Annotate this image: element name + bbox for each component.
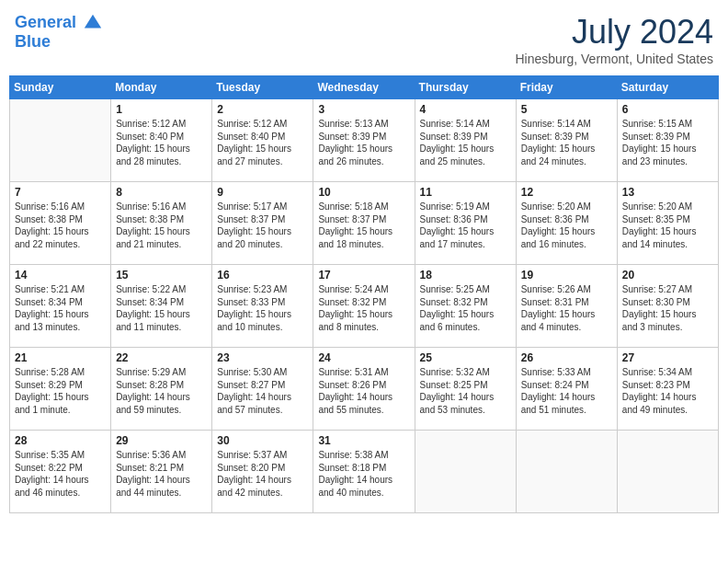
day-of-week-header: Monday <box>111 76 212 99</box>
day-of-week-header: Thursday <box>415 76 516 99</box>
day-number: 30 <box>217 434 308 447</box>
day-info: Sunrise: 5:16 AM Sunset: 8:38 PM Dayligh… <box>15 201 106 250</box>
day-number: 10 <box>318 186 409 199</box>
day-info: Sunrise: 5:30 AM Sunset: 8:27 PM Dayligh… <box>217 366 308 416</box>
calendar-body: 1Sunrise: 5:12 AM Sunset: 8:40 PM Daylig… <box>10 99 719 513</box>
day-info: Sunrise: 5:36 AM Sunset: 8:21 PM Dayligh… <box>116 449 207 499</box>
calendar-table: SundayMondayTuesdayWednesdayThursdayFrid… <box>9 75 719 513</box>
day-info: Sunrise: 5:35 AM Sunset: 8:22 PM Dayligh… <box>15 449 106 499</box>
day-number: 6 <box>622 103 713 116</box>
day-number: 16 <box>217 269 308 282</box>
calendar-week-row: 14Sunrise: 5:21 AM Sunset: 8:34 PM Dayli… <box>10 265 719 348</box>
calendar-cell <box>415 431 516 513</box>
day-info: Sunrise: 5:18 AM Sunset: 8:37 PM Dayligh… <box>318 201 409 250</box>
day-number: 4 <box>420 103 511 116</box>
svg-marker-0 <box>85 15 101 29</box>
location-title: Hinesburg, Vermont, United States <box>515 52 713 66</box>
day-number: 8 <box>116 186 207 199</box>
day-number: 25 <box>420 351 511 364</box>
day-info: Sunrise: 5:20 AM Sunset: 8:36 PM Dayligh… <box>521 201 612 250</box>
calendar-cell: 25Sunrise: 5:32 AM Sunset: 8:25 PM Dayli… <box>415 348 516 431</box>
day-info: Sunrise: 5:37 AM Sunset: 8:20 PM Dayligh… <box>217 449 308 499</box>
calendar-cell: 1Sunrise: 5:12 AM Sunset: 8:40 PM Daylig… <box>111 99 212 182</box>
day-number: 23 <box>217 351 308 364</box>
day-info: Sunrise: 5:38 AM Sunset: 8:18 PM Dayligh… <box>318 449 409 499</box>
day-info: Sunrise: 5:27 AM Sunset: 8:30 PM Dayligh… <box>622 283 713 333</box>
logo: General Blue <box>15 13 103 52</box>
day-number: 29 <box>116 434 207 447</box>
calendar-cell: 18Sunrise: 5:25 AM Sunset: 8:32 PM Dayli… <box>415 265 516 348</box>
calendar-cell: 26Sunrise: 5:33 AM Sunset: 8:24 PM Dayli… <box>516 348 617 431</box>
day-info: Sunrise: 5:32 AM Sunset: 8:25 PM Dayligh… <box>420 366 511 416</box>
calendar-week-row: 21Sunrise: 5:28 AM Sunset: 8:29 PM Dayli… <box>10 348 719 431</box>
day-info: Sunrise: 5:25 AM Sunset: 8:32 PM Dayligh… <box>420 283 511 333</box>
day-number: 22 <box>116 351 207 364</box>
day-number: 21 <box>15 351 106 364</box>
calendar-cell: 13Sunrise: 5:20 AM Sunset: 8:35 PM Dayli… <box>617 182 718 265</box>
day-number: 28 <box>15 434 106 447</box>
calendar-cell: 16Sunrise: 5:23 AM Sunset: 8:33 PM Dayli… <box>212 265 313 348</box>
page-header: General Blue July 2024 Hinesburg, Vermon… <box>9 9 719 70</box>
day-number: 24 <box>318 351 409 364</box>
calendar-cell: 17Sunrise: 5:24 AM Sunset: 8:32 PM Dayli… <box>313 265 415 348</box>
day-number: 3 <box>318 103 409 116</box>
day-number: 9 <box>217 186 308 199</box>
logo-text: General Blue <box>15 13 103 52</box>
month-title: July 2024 <box>515 13 713 52</box>
day-number: 15 <box>116 269 207 282</box>
day-number: 18 <box>420 269 511 282</box>
day-number: 11 <box>420 186 511 199</box>
day-info: Sunrise: 5:19 AM Sunset: 8:36 PM Dayligh… <box>420 201 511 250</box>
day-info: Sunrise: 5:14 AM Sunset: 8:39 PM Dayligh… <box>420 118 511 167</box>
calendar-cell <box>516 431 617 513</box>
calendar-cell: 9Sunrise: 5:17 AM Sunset: 8:37 PM Daylig… <box>212 182 313 265</box>
day-info: Sunrise: 5:15 AM Sunset: 8:39 PM Dayligh… <box>622 118 713 167</box>
day-info: Sunrise: 5:17 AM Sunset: 8:37 PM Dayligh… <box>217 201 308 250</box>
day-info: Sunrise: 5:21 AM Sunset: 8:34 PM Dayligh… <box>15 283 106 333</box>
calendar-cell: 23Sunrise: 5:30 AM Sunset: 8:27 PM Dayli… <box>212 348 313 431</box>
calendar-cell: 24Sunrise: 5:31 AM Sunset: 8:26 PM Dayli… <box>313 348 415 431</box>
calendar-cell: 27Sunrise: 5:34 AM Sunset: 8:23 PM Dayli… <box>617 348 718 431</box>
day-number: 17 <box>318 269 409 282</box>
calendar-cell: 12Sunrise: 5:20 AM Sunset: 8:36 PM Dayli… <box>516 182 617 265</box>
calendar-cell: 15Sunrise: 5:22 AM Sunset: 8:34 PM Dayli… <box>111 265 212 348</box>
calendar-cell: 22Sunrise: 5:29 AM Sunset: 8:28 PM Dayli… <box>111 348 212 431</box>
logo-icon <box>83 13 103 33</box>
calendar-cell: 28Sunrise: 5:35 AM Sunset: 8:22 PM Dayli… <box>10 431 111 513</box>
calendar-week-row: 7Sunrise: 5:16 AM Sunset: 8:38 PM Daylig… <box>10 182 719 265</box>
day-info: Sunrise: 5:34 AM Sunset: 8:23 PM Dayligh… <box>622 366 713 416</box>
day-of-week-header: Sunday <box>10 76 111 99</box>
day-info: Sunrise: 5:28 AM Sunset: 8:29 PM Dayligh… <box>15 366 106 416</box>
day-info: Sunrise: 5:29 AM Sunset: 8:28 PM Dayligh… <box>116 366 207 416</box>
day-info: Sunrise: 5:20 AM Sunset: 8:35 PM Dayligh… <box>622 201 713 250</box>
day-of-week-header: Friday <box>516 76 617 99</box>
calendar-cell: 19Sunrise: 5:26 AM Sunset: 8:31 PM Dayli… <box>516 265 617 348</box>
calendar-cell: 29Sunrise: 5:36 AM Sunset: 8:21 PM Dayli… <box>111 431 212 513</box>
calendar-week-row: 28Sunrise: 5:35 AM Sunset: 8:22 PM Dayli… <box>10 431 719 513</box>
day-info: Sunrise: 5:13 AM Sunset: 8:39 PM Dayligh… <box>318 118 409 167</box>
day-number: 5 <box>521 103 612 116</box>
calendar-cell: 21Sunrise: 5:28 AM Sunset: 8:29 PM Dayli… <box>10 348 111 431</box>
day-of-week-header: Tuesday <box>212 76 313 99</box>
calendar-header-row: SundayMondayTuesdayWednesdayThursdayFrid… <box>10 76 719 99</box>
day-number: 31 <box>318 434 409 447</box>
calendar-cell: 6Sunrise: 5:15 AM Sunset: 8:39 PM Daylig… <box>617 99 718 182</box>
day-info: Sunrise: 5:12 AM Sunset: 8:40 PM Dayligh… <box>217 118 308 167</box>
day-info: Sunrise: 5:23 AM Sunset: 8:33 PM Dayligh… <box>217 283 308 333</box>
day-number: 20 <box>622 269 713 282</box>
calendar-cell: 11Sunrise: 5:19 AM Sunset: 8:36 PM Dayli… <box>415 182 516 265</box>
calendar-cell <box>10 99 111 182</box>
day-number: 13 <box>622 186 713 199</box>
day-info: Sunrise: 5:26 AM Sunset: 8:31 PM Dayligh… <box>521 283 612 333</box>
calendar-cell: 5Sunrise: 5:14 AM Sunset: 8:39 PM Daylig… <box>516 99 617 182</box>
calendar-cell: 3Sunrise: 5:13 AM Sunset: 8:39 PM Daylig… <box>313 99 415 182</box>
calendar-cell: 14Sunrise: 5:21 AM Sunset: 8:34 PM Dayli… <box>10 265 111 348</box>
calendar-cell: 4Sunrise: 5:14 AM Sunset: 8:39 PM Daylig… <box>415 99 516 182</box>
day-number: 1 <box>116 103 207 116</box>
day-number: 26 <box>521 351 612 364</box>
calendar-cell <box>617 431 718 513</box>
day-info: Sunrise: 5:12 AM Sunset: 8:40 PM Dayligh… <box>116 118 207 167</box>
day-number: 7 <box>15 186 106 199</box>
calendar-cell: 8Sunrise: 5:16 AM Sunset: 8:38 PM Daylig… <box>111 182 212 265</box>
calendar-cell: 10Sunrise: 5:18 AM Sunset: 8:37 PM Dayli… <box>313 182 415 265</box>
